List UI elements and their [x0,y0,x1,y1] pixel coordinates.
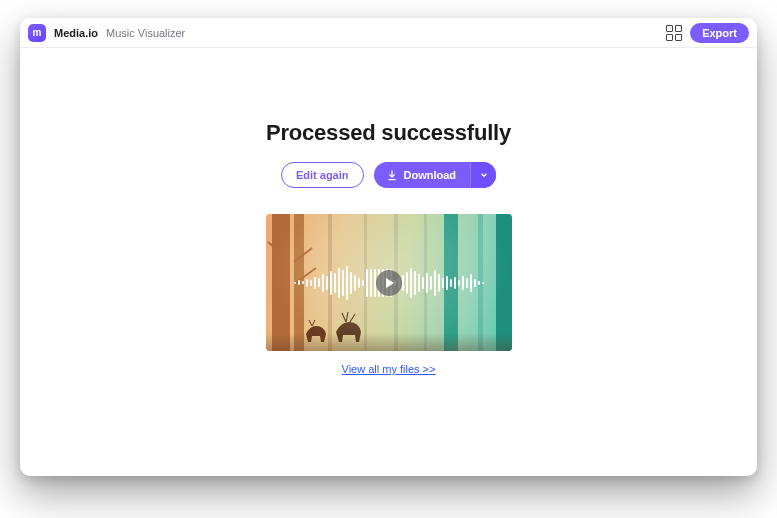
download-options-button[interactable] [470,162,496,188]
video-preview[interactable] [266,214,512,351]
app-window: m Media.io Music Visualizer Export Proce… [20,18,757,476]
brand-logo-glyph: m [33,27,42,38]
action-row: Edit again Download [281,162,496,188]
export-button[interactable]: Export [690,23,749,43]
download-icon [386,169,398,181]
chevron-down-icon [479,170,489,180]
view-files-link[interactable]: View all my files >> [342,363,436,375]
play-icon [376,270,402,296]
download-label: Download [404,169,457,181]
qr-icon[interactable] [666,25,682,41]
brand-logo: m [28,24,46,42]
page-subtitle: Music Visualizer [106,27,185,39]
download-button[interactable]: Download [374,162,471,188]
page-title: Processed successfully [266,120,511,146]
download-split-button: Download [374,162,497,188]
top-bar: m Media.io Music Visualizer Export [20,18,757,48]
brand-name: Media.io [54,27,98,39]
content-area: Processed successfully Edit again Downlo… [20,48,757,476]
edit-again-button[interactable]: Edit again [281,162,364,188]
